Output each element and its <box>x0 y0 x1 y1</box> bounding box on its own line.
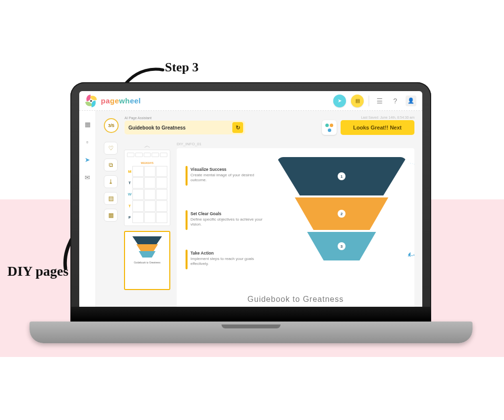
stage-2-title: Set Clear Goals <box>190 211 267 216</box>
mail-icon: ✉ <box>85 174 90 181</box>
top-bar: pagewheel ➤ ▤ ☰ ? 👤 <box>79 91 422 111</box>
stage-2-text: Set Clear Goals Define specific objectiv… <box>190 211 267 227</box>
thumbnail-column: ︿ WEEKDAYS M T W T <box>123 142 172 309</box>
ai-assistant-label: AI Page Assistant <box>125 116 245 120</box>
rocket-icon: ➤ <box>85 156 90 163</box>
top-bar-right: ➤ ▤ ☰ ? 👤 <box>333 95 416 107</box>
copy-icon: ⧉ <box>109 162 113 168</box>
funnel-dot-1: 1 <box>338 172 346 180</box>
chevron-up-icon: ︿ <box>144 141 151 150</box>
help-button[interactable]: ? <box>390 96 401 106</box>
last-saved-text: Last Saved: June 14th, 8:54:30 am <box>361 116 414 119</box>
header-right: Last Saved: June 14th, 8:54:30 am Looks … <box>322 116 414 135</box>
list-icon: ☰ <box>377 97 383 105</box>
funnel-dot-2: 2 <box>338 210 346 218</box>
app-body: ▦ ▫ ➤ ✉ 3/5 AI Page Assistant <box>79 111 422 309</box>
laptop-base <box>30 322 472 343</box>
laptop-hinge <box>70 307 431 322</box>
ai-assistant-block: AI Page Assistant ↻ <box>125 116 245 134</box>
stage-3-title: Take Action <box>190 251 267 256</box>
tool-elements[interactable]: ▦ <box>104 209 118 222</box>
canvas-area: DIY_INFO_01 Visualize Success Create men… <box>177 142 414 309</box>
header-row: 3/5 AI Page Assistant ↻ <box>104 116 414 135</box>
elements-icon: ▦ <box>108 212 114 219</box>
help-icon: ? <box>393 97 397 105</box>
tool-column: ♡ ⧉ ⤓ ▤ ▦ <box>104 142 118 309</box>
weekday-T: T <box>127 181 132 185</box>
tool-favorite[interactable]: ♡ <box>104 142 118 155</box>
tool-pages[interactable]: ▤ <box>104 192 118 205</box>
user-avatar[interactable]: 👤 <box>406 96 416 106</box>
next-button[interactable]: Looks Great!! Next <box>341 120 414 135</box>
page-thumb-2[interactable]: Guidebook to Greatness <box>124 231 170 290</box>
stage-1-text: Visualize Success Create mental image of… <box>190 167 267 183</box>
palette-icon <box>325 123 334 132</box>
canvas-title: Guidebook to Greatness <box>177 295 414 304</box>
laptop-bezel: pagewheel ➤ ▤ ☰ ? 👤 <box>70 82 431 323</box>
stage-2-desc: Define specific objectives to achieve yo… <box>190 217 267 227</box>
canvas[interactable]: Visualize Success Create mental image of… <box>177 148 414 309</box>
nav-pages[interactable]: ▫ <box>83 137 92 146</box>
title-input[interactable] <box>128 125 229 130</box>
tool-download[interactable]: ⤓ <box>104 175 118 188</box>
upgrade-button[interactable]: ➤ <box>333 95 346 107</box>
stage-3-text: Take Action Implement steps to reach you… <box>190 251 267 267</box>
mini-funnel-icon <box>132 236 162 258</box>
regenerate-button[interactable]: ↻ <box>232 122 243 133</box>
download-icon: ⤓ <box>108 178 113 185</box>
workspace: ♡ ⧉ ⤓ ▤ ▦ ︿ WEEKDAYS <box>104 142 414 309</box>
templates-button[interactable]: ▤ <box>351 95 364 107</box>
left-rail: ▦ ▫ ➤ ✉ <box>79 111 96 309</box>
color-theme-button[interactable] <box>322 120 337 135</box>
brand-wordmark: pagewheel <box>101 97 141 105</box>
step-progress-text: 3/5 <box>108 123 115 128</box>
funnel-dot-3: 3 <box>338 242 346 250</box>
title-input-wrap: ↻ <box>125 121 245 134</box>
laptop-mockup: pagewheel ➤ ▤ ☰ ? 👤 <box>30 82 472 343</box>
weekday-M: M <box>127 169 132 174</box>
weekday-T2: T <box>127 204 132 208</box>
next-button-label: Looks Great!! Next <box>353 125 402 130</box>
file-icon: ▫ <box>86 138 89 146</box>
grid-icon: ▦ <box>85 121 91 128</box>
weekday-W: W <box>127 192 132 196</box>
thumbs-scroll-up[interactable]: ︿ <box>144 142 151 150</box>
step-progress-badge[interactable]: 3/5 <box>104 118 119 133</box>
brand-logo-icon <box>85 95 97 107</box>
menu-button[interactable]: ☰ <box>374 96 385 106</box>
refresh-icon: ↻ <box>236 125 240 131</box>
stage-1-desc: Create mental image of your desired outc… <box>190 173 267 183</box>
page-thumb-1[interactable]: WEEKDAYS M T W T F <box>124 150 170 226</box>
stage-3-desc: Implement steps to reach your goals effe… <box>190 257 267 267</box>
nav-dashboard[interactable]: ▦ <box>83 120 92 129</box>
rocket-icon: ➤ <box>338 98 342 103</box>
app-screen: pagewheel ➤ ▤ ☰ ? 👤 <box>79 91 422 309</box>
avatar-icon: 👤 <box>408 97 414 104</box>
thumb2-caption: Guidebook to Greatness <box>127 261 167 264</box>
stage-1-title: Visualize Success <box>190 167 267 172</box>
heart-icon: ♡ <box>108 145 114 152</box>
weekday-F: F <box>127 215 132 220</box>
annotation-step3-label: Step 3 <box>165 60 199 75</box>
tool-duplicate[interactable]: ⧉ <box>104 159 118 171</box>
page-icon: ▤ <box>355 98 360 103</box>
pages-icon: ▤ <box>108 195 114 202</box>
flow-arrow-icon <box>408 163 414 257</box>
main-area: 3/5 AI Page Assistant ↻ <box>96 111 422 309</box>
nav-launch[interactable]: ➤ <box>83 155 92 164</box>
divider <box>369 96 369 106</box>
canvas-id-label: DIY_INFO_01 <box>177 142 414 146</box>
funnel-graphic: 1 2 3 <box>273 157 410 260</box>
nav-mail[interactable]: ✉ <box>83 173 92 182</box>
